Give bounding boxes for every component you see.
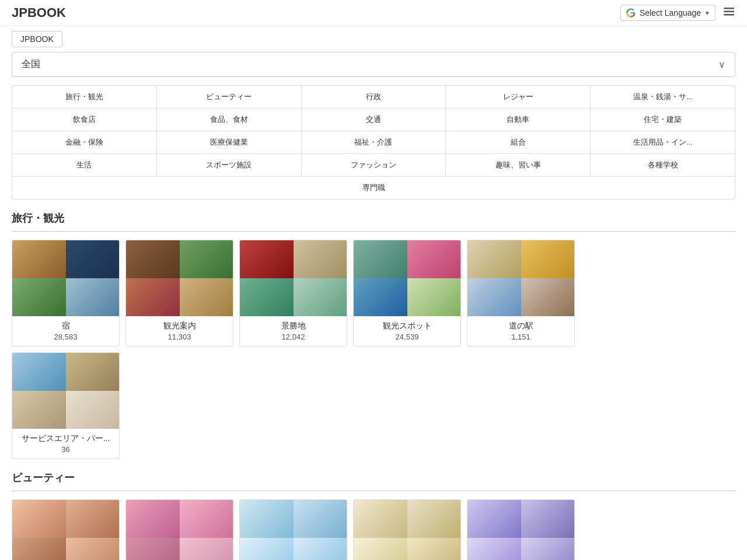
card-beauty-3[interactable]: ネイル <box>239 499 347 560</box>
card-keishochi[interactable]: 景勝地 12,042 <box>239 240 347 346</box>
img-cell <box>294 538 347 560</box>
beauty-card-grid: ヘアサロン エステ ネイル <box>12 499 735 560</box>
img-cell <box>294 500 347 538</box>
beauty-section-title: ビューティー <box>12 471 75 485</box>
card-kanko-spot-name: 観光スポット <box>358 321 456 331</box>
img-cell <box>12 240 66 278</box>
cat-hobby[interactable]: 趣味、習い事 <box>446 154 591 176</box>
card-beauty-4[interactable]: マッサージ <box>353 499 461 560</box>
card-michinoeki[interactable]: 道の駅 1,151 <box>467 240 575 346</box>
travel-section-divider <box>12 231 735 232</box>
card-kanko-spot[interactable]: 観光スポット 24,539 <box>353 240 461 346</box>
img-cell <box>467 500 521 538</box>
cat-welfare[interactable]: 福祉・介護 <box>302 131 446 153</box>
img-cell <box>126 500 180 538</box>
card-service-area[interactable]: サービスエリア・パー... 36 <box>12 352 120 459</box>
cat-profession[interactable]: 専門職 <box>12 177 735 199</box>
category-row-2: 飲食店 食品、食材 交通 自動車 住宅・建築 <box>12 108 735 131</box>
img-cell <box>407 500 461 538</box>
list-view-icon[interactable] <box>722 5 735 21</box>
tab-jpbook[interactable]: JPBOOK <box>12 32 62 47</box>
card-michinoeki-count: 1,151 <box>472 332 570 341</box>
card-service-area-image <box>12 353 119 429</box>
tab-nav-wrapper: JPBOOK <box>0 26 747 47</box>
img-cell <box>240 240 294 278</box>
card-kanko-annai-name: 観光案内 <box>131 321 228 331</box>
card-yado-name: 宿 <box>17 321 114 331</box>
card-yado[interactable]: 宿 28,583 <box>12 240 120 346</box>
card-keishochi-image <box>240 240 347 316</box>
card-beauty-5[interactable]: まつげエクステ <box>467 499 575 560</box>
img-cell <box>407 240 461 278</box>
cat-sports[interactable]: スポーツ施設 <box>157 154 302 176</box>
img-cell <box>12 353 66 391</box>
site-logo: JPBOOK <box>12 5 66 20</box>
language-chevron: ▼ <box>704 10 710 16</box>
card-yado-count: 28,583 <box>17 332 114 341</box>
card-kanko-spot-count: 24,539 <box>358 332 456 341</box>
cat-admin[interactable]: 行政 <box>302 86 446 108</box>
category-row-4: 生活 スポーツ施設 ファッション 趣味、習い事 各種学校 <box>12 154 735 177</box>
cat-housing[interactable]: 住宅・建築 <box>591 108 735 131</box>
img-cell <box>240 278 294 316</box>
card-service-area-name: サービスエリア・パー... <box>17 433 114 444</box>
card-beauty-3-image <box>240 500 347 560</box>
card-beauty-4-image <box>354 500 460 560</box>
cat-travel[interactable]: 旅行・観光 <box>12 86 157 108</box>
card-beauty-2[interactable]: エステ <box>125 499 233 560</box>
cat-auto[interactable]: 自動車 <box>446 108 591 131</box>
img-cell <box>180 500 233 538</box>
card-kanko-annai-image <box>126 240 233 316</box>
cat-beauty[interactable]: ビューティー <box>157 86 302 108</box>
svg-rect-2 <box>724 14 734 16</box>
travel-section-title: 旅行・観光 <box>12 211 64 225</box>
cat-daily-goods[interactable]: 生活用品・イン... <box>591 131 735 153</box>
img-cell <box>521 240 575 278</box>
img-cell <box>66 391 120 429</box>
language-label: Select Language <box>640 8 701 18</box>
travel-section: 旅行・観光 宿 28,583 観光案内 <box>12 211 735 459</box>
category-row-1: 旅行・観光 ビューティー 行政 レジャー 温泉・銭湯・サ... <box>12 86 735 108</box>
cat-school[interactable]: 各種学校 <box>591 154 735 176</box>
card-keishochi-name: 景勝地 <box>245 321 342 331</box>
region-selector[interactable]: 全国 ∨ <box>12 52 735 77</box>
cat-union[interactable]: 組合 <box>446 131 591 153</box>
cat-medical[interactable]: 医療保健業 <box>157 131 302 153</box>
card-beauty-1-image <box>12 500 119 560</box>
cat-leisure[interactable]: レジャー <box>446 86 591 108</box>
card-michinoeki-name: 道の駅 <box>472 321 570 331</box>
img-cell <box>521 500 575 538</box>
card-kanko-spot-info: 観光スポット 24,539 <box>354 316 460 346</box>
cat-transport[interactable]: 交通 <box>302 108 446 131</box>
hamburger-lines-icon <box>722 5 735 18</box>
card-service-area-info: サービスエリア・パー... 36 <box>12 429 119 459</box>
language-selector[interactable]: Select Language ▼ <box>620 5 715 21</box>
cat-foodstuff[interactable]: 食品、食材 <box>157 108 302 131</box>
img-cell <box>240 538 294 560</box>
beauty-section: ビューティー ヘアサロン エステ <box>12 471 735 560</box>
travel-card-grid-2: サービスエリア・パー... 36 <box>12 352 735 459</box>
card-kanko-spot-image <box>354 240 460 316</box>
img-cell <box>354 278 407 316</box>
header-right: Select Language ▼ <box>620 5 735 21</box>
img-cell <box>354 538 407 560</box>
cat-fashion[interactable]: ファッション <box>302 154 446 176</box>
card-beauty-1[interactable]: ヘアサロン <box>12 499 120 560</box>
svg-rect-0 <box>724 8 734 9</box>
img-cell <box>12 278 66 316</box>
google-icon <box>626 8 636 18</box>
cat-onsen[interactable]: 温泉・銭湯・サ... <box>591 86 735 108</box>
tab-nav: JPBOOK <box>12 31 62 47</box>
category-row-3: 金融・保険 医療保健業 福祉・介護 組合 生活用品・イン... <box>12 131 735 154</box>
img-cell <box>521 538 575 560</box>
img-cell <box>180 240 233 278</box>
img-cell <box>354 500 407 538</box>
cat-food[interactable]: 飲食店 <box>12 108 157 131</box>
category-row-5: 専門職 <box>12 177 735 199</box>
img-cell <box>240 500 294 538</box>
img-cell <box>467 538 521 560</box>
cat-life[interactable]: 生活 <box>12 154 157 176</box>
cat-finance[interactable]: 金融・保険 <box>12 131 157 153</box>
card-kanko-annai[interactable]: 観光案内 11,303 <box>125 240 233 346</box>
img-cell <box>12 391 66 429</box>
